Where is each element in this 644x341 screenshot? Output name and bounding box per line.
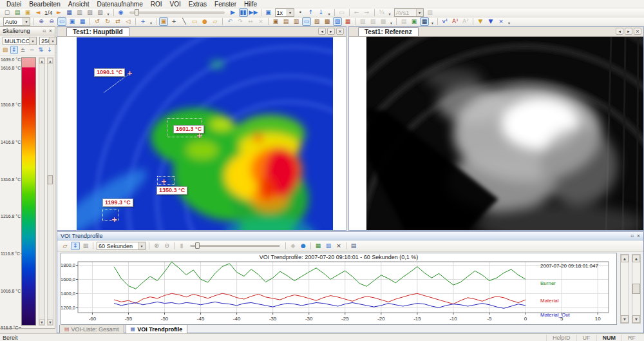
roi-profile-button[interactable]: ▩ xyxy=(379,17,388,26)
voi-value-avg-button[interactable]: A² xyxy=(461,17,470,26)
scroll-down-icon[interactable]: ▼ xyxy=(48,319,53,325)
avs-combo[interactable]: AVs1▾ xyxy=(394,8,424,17)
palette-edit-button[interactable]: ▧ xyxy=(1,46,9,54)
tab-voi-liste[interactable]: ▤ VOI-Liste: Gesamt xyxy=(59,325,124,334)
pin-icon[interactable]: ▫ xyxy=(629,233,635,239)
chevron-down-icon[interactable]: ▾ xyxy=(416,9,423,16)
zoom-out-button[interactable]: ⊖ xyxy=(47,17,56,26)
flip-horizontal-button[interactable]: ⇄ xyxy=(113,17,122,26)
roi-edit-button[interactable]: ▥ xyxy=(292,17,301,26)
thermal-image-area[interactable]: 1090.1 °C + 1601.3 °C + 1350.3 °C + 1199… xyxy=(57,37,346,230)
voi-list-button[interactable]: ▤ xyxy=(399,17,408,26)
menu-item-datei[interactable]: Datei xyxy=(3,1,25,8)
next-result-button[interactable]: → xyxy=(363,8,372,17)
view-options-dropdown[interactable]: ▾ xyxy=(148,17,154,26)
next-window-icon[interactable]: ▸ xyxy=(625,28,632,35)
roi-export-button[interactable]: ▦ xyxy=(343,17,352,26)
tab-voi-trendprofile[interactable]: ▦ VOI Trendprofile xyxy=(126,325,188,334)
fast-forward-button[interactable]: ▶▶ xyxy=(249,8,258,17)
slider-thumb[interactable] xyxy=(195,242,200,249)
add-roi-point-button[interactable]: + xyxy=(169,17,178,26)
roi-options-dropdown[interactable]: ▾ xyxy=(388,17,394,26)
roi-delete-button[interactable]: × xyxy=(256,17,265,26)
new-document-button[interactable]: ▢ xyxy=(3,8,12,17)
scale-min-scrollbar[interactable]: ▲ ▼ xyxy=(39,57,45,326)
tab-hauptbild[interactable]: Test1: Hauptbild xyxy=(66,27,129,36)
trend-zoom-in-button[interactable]: ⊕ xyxy=(152,242,161,250)
temperature-marker[interactable]: 1350.3 °C xyxy=(156,186,187,195)
previous-result-button[interactable]: ← xyxy=(352,8,361,17)
roi-label-button[interactable]: ▨ xyxy=(312,17,321,26)
playback-speed-combo[interactable]: 1x▾ xyxy=(275,8,294,17)
palette-combo[interactable]: MULTICOLOR ▾ xyxy=(3,37,37,45)
slider-track[interactable] xyxy=(190,245,280,247)
voi-value-abs-button[interactable]: v¹ xyxy=(440,17,450,26)
scaling-mode-combo[interactable]: Auto▾ xyxy=(3,17,30,26)
scroll-up-icon[interactable]: ▲ xyxy=(632,255,640,262)
pan-tool-button[interactable]: + xyxy=(138,17,147,26)
trend-position-slider[interactable] xyxy=(190,242,280,250)
scroll-down-icon[interactable]: ▼ xyxy=(39,319,44,325)
export-image-button[interactable]: ▧ xyxy=(96,8,105,17)
audio-annotation-button[interactable]: ◉ xyxy=(117,8,126,17)
slider-track[interactable] xyxy=(129,12,225,14)
tab-referenz[interactable]: Test1: Referenz xyxy=(358,27,419,36)
close-icon[interactable]: × xyxy=(336,28,344,35)
add-roi-polygon-button[interactable]: ▱ xyxy=(211,17,220,26)
trend-cursor-button[interactable]: ▮ xyxy=(177,242,186,250)
trend-zoom-out-button[interactable]: ⊖ xyxy=(162,242,171,250)
zoom-in-button[interactable]: ⊕ xyxy=(37,17,46,26)
close-icon[interactable]: × xyxy=(636,233,641,239)
percent-view-button[interactable]: ¾ xyxy=(377,8,386,17)
add-roi-rect-button[interactable]: ▭ xyxy=(190,17,199,26)
roi-group-button[interactable]: ▩ xyxy=(323,17,332,26)
menu-item-extras[interactable]: Extras xyxy=(185,1,211,8)
trend-pointer-button[interactable]: ▱ xyxy=(61,242,70,250)
voi-trend-button[interactable]: ▦ xyxy=(420,17,429,26)
roi-undo-button[interactable]: ↶ xyxy=(225,17,234,26)
trend-select-button[interactable]: ◆ xyxy=(289,242,298,250)
scale-max-scrollbar[interactable]: ▲ ▼ xyxy=(47,57,53,326)
roi-lock-button[interactable]: ▭ xyxy=(302,17,311,26)
scrollbar-thumb[interactable] xyxy=(632,284,640,294)
trend-clear-button[interactable]: × xyxy=(334,242,343,250)
scroll-up-icon[interactable]: ▲ xyxy=(621,255,629,262)
menu-item-hilfe[interactable]: Hilfe xyxy=(240,1,261,8)
pin-icon[interactable]: ▫ xyxy=(41,28,47,34)
close-icon[interactable]: × xyxy=(634,28,641,35)
slider-thumb[interactable] xyxy=(135,9,139,15)
voi-more-dropdown[interactable]: ▾ xyxy=(506,17,512,26)
zoom-options-dropdown[interactable]: ▾ xyxy=(387,8,393,17)
trend-fit-vertical-button[interactable]: ↕ xyxy=(71,242,80,250)
legend-item-burner[interactable]: Burner xyxy=(540,280,556,286)
menu-item-bearbeiten[interactable]: Bearbeiten xyxy=(25,1,64,8)
fit-to-window-button[interactable]: ▭ xyxy=(57,17,66,26)
menu-item-voi[interactable]: VOI xyxy=(166,1,184,8)
menu-item-fenster[interactable]: Fenster xyxy=(211,1,240,8)
chevron-down-icon[interactable]: ▾ xyxy=(29,37,36,44)
marker-dot-icon[interactable]: • xyxy=(296,8,305,17)
prev-window-icon[interactable]: ◂ xyxy=(616,28,623,35)
voi-new-button[interactable]: ▣ xyxy=(410,17,419,26)
legend-item-material-out[interactable]: Material_Out xyxy=(540,312,570,318)
prev-window-icon[interactable]: ◂ xyxy=(318,28,326,35)
chevron-down-icon[interactable]: ▾ xyxy=(287,9,294,16)
roi-paste-button[interactable]: ▤ xyxy=(281,17,290,26)
voi-clear-button[interactable]: × xyxy=(497,17,506,26)
open-folder-button[interactable]: ▣ xyxy=(23,8,32,17)
roi-histogram-button[interactable]: ▨ xyxy=(368,17,377,26)
chevron-down-icon[interactable]: ▾ xyxy=(23,18,30,25)
close-icon[interactable]: × xyxy=(48,28,53,34)
trend-print-button[interactable]: ▤ xyxy=(349,242,358,250)
trend-table-button[interactable]: ▥ xyxy=(324,242,333,250)
flip-vertical-button[interactable]: ◁ xyxy=(124,17,133,26)
trend-plot[interactable]: -60-55-50-45-40-35-30-25-20-15-10-505101… xyxy=(61,253,616,324)
temperature-marker[interactable]: 1090.1 °C xyxy=(94,68,125,77)
scroll-down-icon[interactable]: ▼ xyxy=(632,315,640,323)
pause-button[interactable]: ▮▮ xyxy=(239,8,248,17)
next-window-icon[interactable]: ▸ xyxy=(327,28,335,35)
scale-expand-button[interactable]: ⇅ xyxy=(37,46,44,54)
step-up-button[interactable]: ↑ xyxy=(307,8,316,17)
scale-shift-button[interactable]: ↓ xyxy=(46,46,53,54)
voi-mark-blue-button[interactable]: ▼ xyxy=(486,17,495,26)
